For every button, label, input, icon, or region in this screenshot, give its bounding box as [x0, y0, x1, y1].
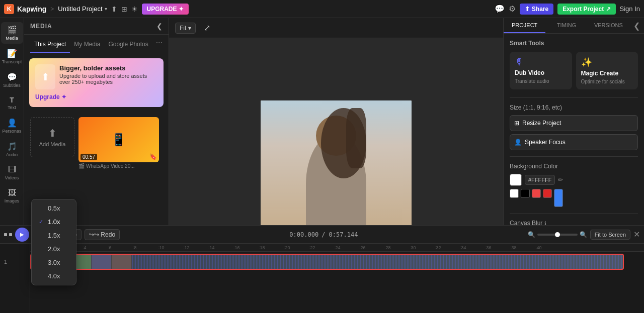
upgrade-button[interactable]: UPGRADE ✦ — [142, 4, 189, 15]
dub-video-desc: Translate audio — [515, 78, 549, 84]
chat-icon-btn[interactable]: 💬 — [495, 4, 505, 14]
time-current: 0:00.000 — [289, 231, 318, 238]
zoom-slider[interactable] — [537, 234, 578, 236]
swatch-red[interactable] — [532, 189, 541, 198]
speed-option-1.0x[interactable]: ✓ 1.0x — [32, 215, 76, 229]
speaker-label: Speaker Focus — [525, 139, 566, 146]
media-name-0: 🎬 WhatsApp Video 20... — [78, 162, 159, 169]
ruler-mark-34: :34 — [460, 245, 466, 250]
redo-icon: ↪ — [89, 231, 94, 238]
tab-versions[interactable]: VERSIONS — [588, 18, 629, 33]
swatch-dark-red[interactable] — [543, 189, 552, 198]
color-swatches-row — [510, 189, 638, 207]
zoom-out-icon[interactable]: 🔍 — [528, 231, 535, 238]
timeline-section: ▶ ⏮ ⏭ ↩ ↩ Undo ↪ ↪ Redo 0:00.000 / 0:57.… — [0, 225, 644, 313]
tab-timing[interactable]: TIMING — [545, 18, 587, 33]
speed-label-0.5x: 0.5x — [48, 204, 60, 212]
speed-option-0.5x[interactable]: 0.5x — [32, 201, 76, 215]
add-media-button[interactable]: ⬆ Add Media — [30, 117, 74, 157]
sidebar-item-images[interactable]: 🖼 Images — [1, 185, 23, 206]
swatch-black[interactable] — [521, 189, 530, 198]
ruler-mark-26: :26 — [359, 245, 366, 250]
export-button[interactable]: Export Project ↗ — [557, 4, 615, 15]
theme-toggle-btn[interactable]: ☀ — [131, 5, 138, 13]
add-media-label: Add Media — [39, 141, 66, 147]
ruler-mark-20: :20 — [284, 245, 290, 250]
media-item-0[interactable]: 📱 00:57 🔖 🎬 WhatsApp Video 20... — [78, 117, 159, 169]
dub-video-icon: 🎙 — [515, 57, 524, 67]
chevron-down-icon[interactable]: ▾ — [105, 6, 107, 12]
dub-video-name: Dub Video — [515, 69, 544, 76]
ruler-mark-16: :16 — [233, 245, 240, 250]
magic-create-card[interactable]: ✨ Magic Create Optimize for socials — [576, 52, 638, 89]
tab-my-media[interactable]: My Media — [70, 39, 104, 53]
current-color-swatch[interactable] — [510, 174, 522, 186]
personas-icon: 👤 — [7, 118, 17, 128]
redo-button[interactable]: ↪ ↪ Redo — [85, 229, 120, 240]
speed-option-2.0x[interactable]: 2.0x — [32, 242, 76, 256]
swatch-white[interactable] — [510, 189, 519, 198]
timeline-content: 0 :2 :4 :6 :8 :10 :12 :14 :16 :18 :20 :2… — [30, 244, 644, 313]
sidebar-item-transcript[interactable]: 📝 Transcript — [1, 46, 23, 67]
media-thumbnail-0[interactable]: 📱 00:57 🔖 — [78, 117, 159, 162]
swatch-blue[interactable] — [554, 189, 563, 207]
sidebar-item-audio[interactable]: 🎵 Audio — [1, 139, 23, 160]
tab-this-project[interactable]: This Project — [30, 39, 70, 53]
media-more-button[interactable]: ··· — [156, 39, 163, 53]
collapse-panel-button[interactable]: ❮ — [156, 22, 163, 30]
upload-icon-btn[interactable]: ⬆ — [111, 5, 117, 13]
ruler-mark-36: :36 — [485, 245, 492, 250]
sidebar-item-videos[interactable]: 🎞 Videos — [1, 162, 23, 183]
ruler-mark-12: :12 — [183, 245, 190, 250]
ruler-mark-6: :6 — [108, 245, 112, 250]
magic-create-desc: Optimize for socials — [581, 79, 625, 84]
smart-tools-title: Smart Tools — [510, 40, 638, 47]
tab-project[interactable]: PROJECT — [504, 18, 545, 33]
sidebar-item-subtitles[interactable]: 💬 Subtitles — [1, 69, 23, 91]
resize-project-button[interactable]: ⊞ Resize Project — [510, 115, 638, 131]
settings-icon-btn[interactable]: ⚙ — [509, 4, 516, 14]
resize-label: Resize Project — [522, 120, 561, 127]
dub-video-card[interactable]: 🎙 Dub Video Translate audio — [510, 52, 572, 89]
video-clip-1[interactable] — [30, 254, 624, 270]
topbar: K Kapwing > Untitled Project ▾ ⬆ ⊞ ☀ UPG… — [0, 0, 644, 18]
sidebar-item-media[interactable]: 🎬 Media — [1, 22, 23, 44]
playback-controls — [4, 233, 12, 236]
videos-label: Videos — [5, 175, 19, 180]
bookmark-icon-0: 🔖 — [149, 153, 157, 160]
speaker-focus-button[interactable]: 👤 Speaker Focus — [510, 134, 638, 150]
plus-icon: ⬆ — [48, 127, 57, 139]
media-grid: ⬆ Add Media 📱 00:57 🔖 🎬 WhatsApp Video 2… — [24, 112, 169, 174]
ruler-mark-4: :4 — [83, 245, 87, 250]
play-button[interactable]: ▶ — [15, 228, 29, 242]
speed-label-1.0x: 1.0x — [48, 218, 60, 226]
speed-option-4.0x[interactable]: 4.0x — [32, 269, 76, 283]
fit-screen-button[interactable]: Fit to Screen — [590, 230, 630, 240]
project-name[interactable]: Untitled Project — [58, 5, 102, 13]
speed-option-1.5x[interactable]: 1.5x — [32, 229, 76, 242]
breadcrumb-separator: > — [50, 6, 54, 13]
signin-link[interactable]: Sign In — [620, 5, 640, 13]
color-hex-value[interactable]: #FFFFFF — [525, 175, 555, 185]
zoom-in-icon[interactable]: 🔍 — [580, 231, 587, 238]
close-timeline-button[interactable]: ✕ — [633, 230, 640, 239]
ruler-mark-28: :28 — [384, 245, 391, 250]
share-button[interactable]: ⬆ Share — [520, 4, 553, 15]
banner-desc: Upgrade to upload and store assets over … — [59, 73, 157, 85]
sidebar-item-text[interactable]: T Text — [1, 93, 23, 113]
fit-button[interactable]: Fit ▾ — [175, 23, 196, 34]
canvas-toolbar: Fit ▾ ⤢ — [169, 18, 503, 38]
upgrade-banner-link[interactable]: Upgrade ✦ — [35, 93, 66, 100]
speed-option-3.0x[interactable]: 3.0x — [32, 256, 76, 269]
media-panel-title: MEDIA — [30, 23, 52, 30]
transcript-label: Transcript — [2, 59, 22, 64]
breadcrumb: Untitled Project ▾ — [58, 5, 107, 13]
layout-icon-btn[interactable]: ⊞ — [121, 5, 127, 13]
sidebar-item-personas[interactable]: 👤 Personas — [1, 115, 23, 137]
collapse-right-panel-button[interactable]: ❮ — [629, 18, 644, 33]
edit-color-icon[interactable]: ✏ — [558, 176, 563, 183]
ruler-mark-38: :38 — [510, 245, 517, 250]
personas-label: Personas — [2, 129, 21, 134]
fullscreen-button[interactable]: ⤢ — [200, 21, 214, 35]
tab-google-photos[interactable]: Google Photos — [104, 39, 152, 53]
